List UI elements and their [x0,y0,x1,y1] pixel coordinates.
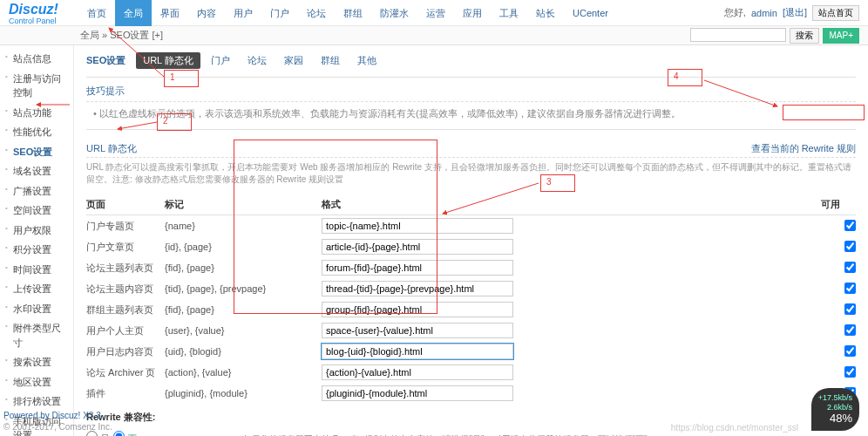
nav-tab-用户[interactable]: 用户 [225,0,261,26]
tip-text: 以红色虚线标示的选项，表示该选项和系统效率、负载能力与资源消耗有关(提高效率，或… [86,107,856,120]
table-row: 群组主题列表页{fid}, {page} [86,299,856,320]
table-row: 论坛 Archiver 页{action}, {value} [86,362,856,383]
sub-tab[interactable]: 家园 [277,52,310,69]
enable-checkbox[interactable] [844,366,856,378]
nav-tab-门户[interactable]: 门户 [261,0,298,26]
sidebar-item[interactable]: 排行榜设置 [0,392,73,412]
cell-page: 插件 [86,383,165,404]
sub-tab[interactable]: 论坛 [241,52,274,69]
cell-vars: {user}, {value} [165,320,322,341]
sidebar-item[interactable]: 上传设置 [0,279,73,299]
map-button[interactable]: MAP+ [823,28,859,44]
format-input[interactable] [322,364,513,380]
sidebar-item[interactable]: 地区设置 [0,372,73,392]
th-page: 页面 [86,194,165,215]
tip-title: 技巧提示 [86,85,856,102]
format-input[interactable] [322,385,513,401]
th-vars: 标记 [165,194,322,215]
th-fmt: 格式 [322,194,821,215]
view-rewrite-rules-link[interactable]: 查看当前的 Rewrite 规则 [751,142,856,155]
admin-link[interactable]: admin [751,8,777,18]
cell-vars: {fid}, {page} [165,257,322,278]
search-input[interactable] [690,28,786,42]
cell-vars: {uid}, {blogid} [165,341,322,362]
user-area: 您好, admin [退出] 站点首页 [724,5,868,21]
table-row: 插件{pluginid}, {module} [86,383,856,404]
format-input[interactable] [322,302,513,317]
format-input[interactable] [322,281,513,296]
sidebar-item[interactable]: 时间设置 [0,260,73,280]
cell-vars: {pluginid}, {module} [165,383,322,404]
format-input[interactable] [322,344,513,359]
nav-tab-工具[interactable]: 工具 [491,0,527,26]
sidebar-item[interactable]: SEO设置 [0,142,73,162]
enable-checkbox[interactable] [844,303,856,315]
format-input[interactable] [322,323,513,338]
enable-checkbox[interactable] [844,324,856,336]
logout-link[interactable]: [退出] [783,6,807,19]
sidebar-item[interactable]: 站点信息 [0,49,73,69]
logo: Discuz! Control Panel [0,2,70,24]
nav-tab-防灌水[interactable]: 防灌水 [371,0,417,26]
nav-tab-运营[interactable]: 运营 [417,0,454,26]
enable-checkbox[interactable] [844,345,856,357]
nav-tabs: 首页全局界面内容用户门户论坛群组防灌水运营应用工具站长UCenter [78,0,617,26]
enable-checkbox[interactable] [844,262,856,273]
sub-tab[interactable]: URL 静态化 [136,52,200,69]
format-input[interactable] [322,239,513,255]
greeting: 您好, [724,6,746,19]
enable-checkbox[interactable] [844,283,856,294]
nav-tab-UCenter[interactable]: UCenter [564,0,617,26]
cell-page: 用户日志内容页 [86,341,165,362]
enable-checkbox[interactable] [844,220,856,231]
nav-tab-应用[interactable]: 应用 [454,0,491,26]
url-static-table: 页面 标记 格式 可用 门户专题页{name}门户文章页{id}, {page}… [86,194,856,404]
sidebar: 站点信息注册与访问控制站点功能性能优化SEO设置域名设置广播设置空间设置用户权限… [0,45,74,436]
sub-tab[interactable]: 其他 [350,52,383,69]
sidebar-item[interactable]: 性能优化 [0,122,73,142]
sidebar-item[interactable]: 水印设置 [0,299,73,319]
nav-tab-站长[interactable]: 站长 [527,0,564,26]
table-row: 论坛主题列表页{fid}, {page} [86,257,856,278]
sidebar-item[interactable]: 空间设置 [0,201,73,221]
subtab-title: SEO设置 [86,52,132,69]
sub-tab[interactable]: 门户 [204,52,237,69]
format-input[interactable] [322,260,513,276]
sidebar-item[interactable]: 注册与访问控制 [0,69,73,103]
cell-page: 论坛主题列表页 [86,257,165,278]
table-row: 论坛主题内容页{tid}, {page}, {prevpage} [86,278,856,299]
enable-checkbox[interactable] [844,241,856,252]
sidebar-item[interactable]: 域名设置 [0,161,73,181]
search-button[interactable]: 搜索 [790,28,819,44]
cell-vars: {action}, {value} [165,362,322,383]
nav-tab-界面[interactable]: 界面 [152,0,188,26]
section-title: URL 静态化 [86,142,137,155]
cell-vars: {id}, {page} [165,236,322,257]
nav-tab-首页[interactable]: 首页 [78,0,115,26]
site-home-button[interactable]: 站点首页 [812,5,859,21]
sidebar-item[interactable]: 用户权限 [0,221,73,241]
compat-no[interactable]: 否 [113,431,137,436]
cell-page: 群组主题列表页 [86,299,165,320]
cell-page: 用户个人主页 [86,320,165,341]
section-desc: URL 静态化可以提高搜索引擎抓取，开启本功能需要对 Web 服务器增加相应的 … [86,161,856,186]
cell-vars: {tid}, {page}, {prevpage} [165,278,322,299]
sidebar-item[interactable]: 积分设置 [0,240,73,260]
cell-page: 论坛 Archiver 页 [86,362,165,383]
nav-tab-论坛[interactable]: 论坛 [298,0,335,26]
cell-page: 门户文章页 [86,236,165,257]
table-row: 门户文章页{id}, {page} [86,236,856,257]
sidebar-item[interactable]: 搜索设置 [0,352,73,372]
cell-vars: {name} [165,215,322,237]
nav-tab-内容[interactable]: 内容 [188,0,225,26]
sidebar-item[interactable]: 站点功能 [0,103,73,123]
nav-tab-全局[interactable]: 全局 [115,0,152,26]
sub-tab[interactable]: 群组 [314,52,347,69]
format-input[interactable] [322,218,513,234]
nav-tab-群组[interactable]: 群组 [335,0,371,26]
sidebar-item[interactable]: 广播设置 [0,181,73,201]
breadcrumb: 全局 » SEO设置 [+] [80,29,163,42]
sidebar-item[interactable]: 附件类型尺寸 [0,318,73,352]
cell-page: 门户专题页 [86,215,165,237]
table-row: 门户专题页{name} [86,215,856,237]
